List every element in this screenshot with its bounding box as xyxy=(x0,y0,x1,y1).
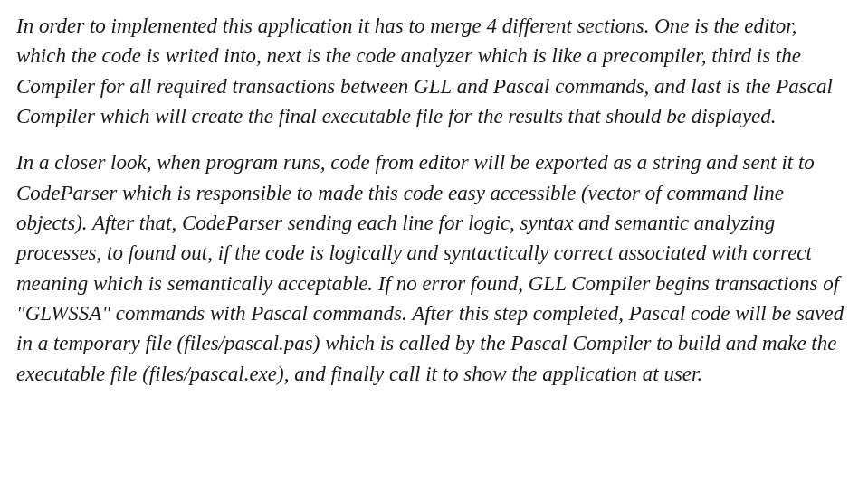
paragraph-1: In order to implemented this application… xyxy=(16,11,852,131)
paragraph-2: In a closer look, when program runs, cod… xyxy=(16,147,852,389)
